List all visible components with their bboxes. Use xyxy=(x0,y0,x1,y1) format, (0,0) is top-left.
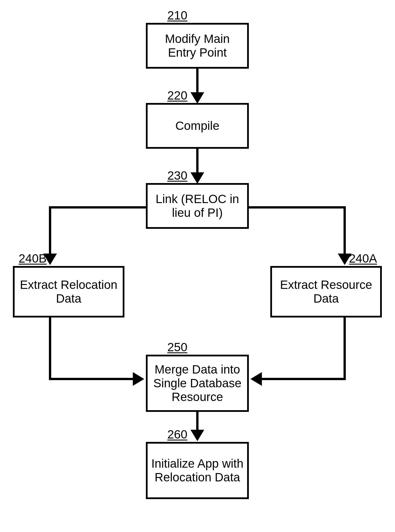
node-220-id: 220 xyxy=(167,89,187,102)
node-240B-id: 240B xyxy=(19,252,47,265)
edge-230-240A xyxy=(249,207,345,263)
node-220: Compile xyxy=(146,103,249,149)
node-230-id: 230 xyxy=(167,169,187,182)
node-240B: Extract Relocation Data xyxy=(13,266,124,317)
edge-230-240B xyxy=(50,207,146,263)
node-260: Initialize App with Relocation Data xyxy=(146,442,249,499)
node-250-text: Merge Data into Single Database Resource xyxy=(150,363,244,404)
node-250: Merge Data into Single Database Resource xyxy=(146,355,249,412)
node-250-id: 250 xyxy=(167,340,187,354)
node-260-text: Initialize App with Relocation Data xyxy=(150,457,244,485)
node-240A-id: 240A xyxy=(349,252,377,265)
node-210-id: 210 xyxy=(167,9,187,22)
node-210-text: Modify Main Entry Point xyxy=(150,32,244,60)
node-210: Modify Main Entry Point xyxy=(146,23,249,69)
node-230: Link (RELOC in lieu of PI) xyxy=(146,183,249,229)
node-240B-text: Extract Relocation Data xyxy=(17,278,120,306)
edge-240B-250 xyxy=(50,317,142,379)
node-240A-text: Extract Resource Data xyxy=(275,278,377,306)
edge-240A-250 xyxy=(252,317,345,379)
node-220-text: Compile xyxy=(175,119,219,133)
node-240A: Extract Resource Data xyxy=(270,266,382,317)
node-260-id: 260 xyxy=(167,428,187,441)
node-230-text: Link (RELOC in lieu of PI) xyxy=(150,192,244,220)
